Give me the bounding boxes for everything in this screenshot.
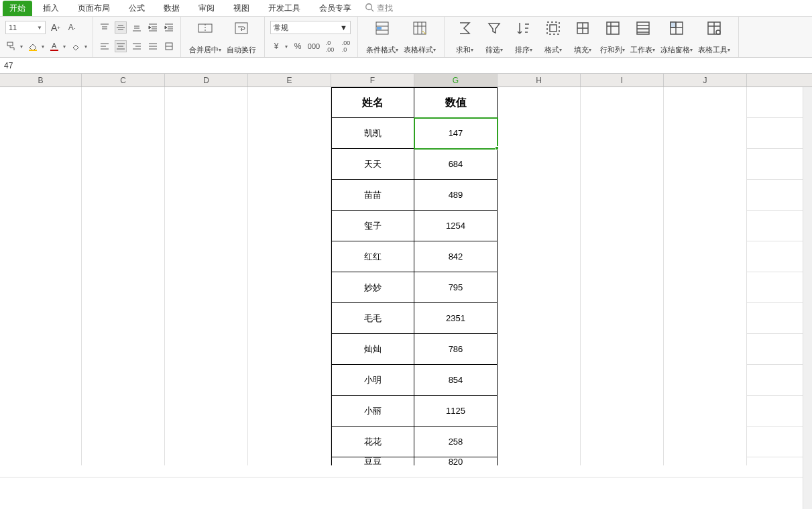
menu-tab-insert[interactable]: 插入 [35,1,67,16]
font-color-icon[interactable]: A [48,40,60,52]
col-header-I[interactable]: I [581,74,664,87]
table-cell-name[interactable]: 玺子 [331,211,414,241]
filter-button[interactable]: 筛选▾ [479,19,509,55]
col-header-E[interactable]: E [248,74,331,87]
menu-tab-formula[interactable]: 公式 [121,1,153,16]
cell[interactable] [498,334,581,365]
cell[interactable] [248,87,331,118]
table-cell-value[interactable]: 684 [414,149,498,180]
cell[interactable] [498,149,581,180]
menu-tab-dev[interactable]: 开发工具 [260,1,308,16]
cell[interactable] [165,427,248,457]
merge-cells-button[interactable]: 合并居中▾ [186,19,224,55]
table-tools-button[interactable]: 表格工具▾ [695,19,733,55]
cell[interactable] [581,211,664,241]
cell[interactable] [0,118,82,149]
align-bottom-icon[interactable] [131,21,143,34]
cell[interactable] [498,118,581,149]
table-cell-value[interactable]: 2351 [414,303,498,334]
cell[interactable] [165,180,248,211]
cell[interactable] [165,241,248,272]
increase-font-icon[interactable]: A+ [50,21,62,34]
cell[interactable] [165,272,248,303]
cell[interactable] [498,457,581,465]
cell[interactable] [581,396,664,427]
eraser-icon[interactable] [70,40,82,52]
cell[interactable] [82,149,165,180]
align-justify-icon[interactable] [147,40,159,52]
cell[interactable] [82,87,165,118]
comma-icon[interactable]: 000 [308,40,320,52]
table-header-value[interactable]: 数值 [414,87,498,118]
cell[interactable] [0,211,82,241]
cell[interactable] [664,457,747,465]
align-center-icon[interactable] [115,40,127,52]
align-top-icon[interactable] [99,21,111,34]
table-cell-value[interactable]: 786 [414,334,498,365]
vertical-scrollbar[interactable] [803,87,812,509]
cell[interactable] [165,365,248,396]
cell[interactable] [664,365,747,396]
selection-handle[interactable] [495,146,499,150]
table-cell-value[interactable]: 258 [414,427,498,457]
fill-color-icon[interactable] [27,40,39,52]
cell[interactable] [248,365,331,396]
cell[interactable] [498,272,581,303]
cell[interactable] [165,87,248,118]
cell[interactable] [498,211,581,241]
currency-icon[interactable]: ¥ [270,40,282,52]
cell[interactable] [664,211,747,241]
cell[interactable] [82,118,165,149]
font-size-input[interactable]: 11▼ [5,21,46,34]
cell[interactable] [498,180,581,211]
cell[interactable] [82,334,165,365]
spreadsheet-grid[interactable]: BCDEFGHIJ 姓名数值凯凯147天天684苗苗489玺子1254红红842… [0,74,812,509]
table-cell-value[interactable]: 1254 [414,211,498,241]
cell[interactable] [165,149,248,180]
table-style-button[interactable]: 表格样式▾ [401,19,439,55]
cell[interactable] [82,211,165,241]
decrease-decimal-icon[interactable]: .00.0 [340,40,352,52]
table-cell-name[interactable]: 苗苗 [331,180,414,211]
cell[interactable] [248,118,331,149]
autosum-button[interactable]: 求和▾ [450,19,479,55]
cell[interactable] [498,427,581,457]
col-header-F[interactable]: F [331,74,414,87]
col-header-B[interactable]: B [0,74,82,87]
cell[interactable] [0,365,82,396]
cell[interactable] [0,241,82,272]
cell[interactable] [581,303,664,334]
cell[interactable] [581,180,664,211]
number-format-select[interactable]: 常规▼ [270,21,351,34]
menu-tab-vip[interactable]: 会员专享 [311,1,359,16]
menu-tab-review[interactable]: 审阅 [190,1,223,16]
freeze-panes-button[interactable]: 冻结窗格▾ [658,19,695,55]
table-cell-name[interactable]: 小丽 [331,396,414,427]
cell[interactable] [664,396,747,427]
cell[interactable] [0,272,82,303]
cell[interactable] [165,211,248,241]
cell[interactable] [82,303,165,334]
cell[interactable] [82,365,165,396]
table-cell-name[interactable]: 天天 [331,149,414,180]
cell[interactable] [0,87,82,118]
cell[interactable] [581,87,664,118]
conditional-format-button[interactable]: 条件格式▾ [363,19,401,55]
cell[interactable] [664,272,747,303]
menu-tab-start[interactable]: 开始 [3,1,32,16]
cell[interactable] [248,303,331,334]
cell[interactable] [581,118,664,149]
align-middle-icon[interactable] [115,21,127,34]
table-cell-value[interactable]: 147 [414,118,498,149]
cell[interactable] [664,87,747,118]
cell[interactable] [0,149,82,180]
cell[interactable] [498,303,581,334]
table-header-name[interactable]: 姓名 [331,87,414,118]
menu-tab-view[interactable]: 视图 [225,1,257,16]
cell[interactable] [581,149,664,180]
cell[interactable] [248,241,331,272]
cell[interactable] [664,334,747,365]
cell[interactable] [581,272,664,303]
cell[interactable] [248,334,331,365]
col-header-D[interactable]: D [165,74,248,87]
